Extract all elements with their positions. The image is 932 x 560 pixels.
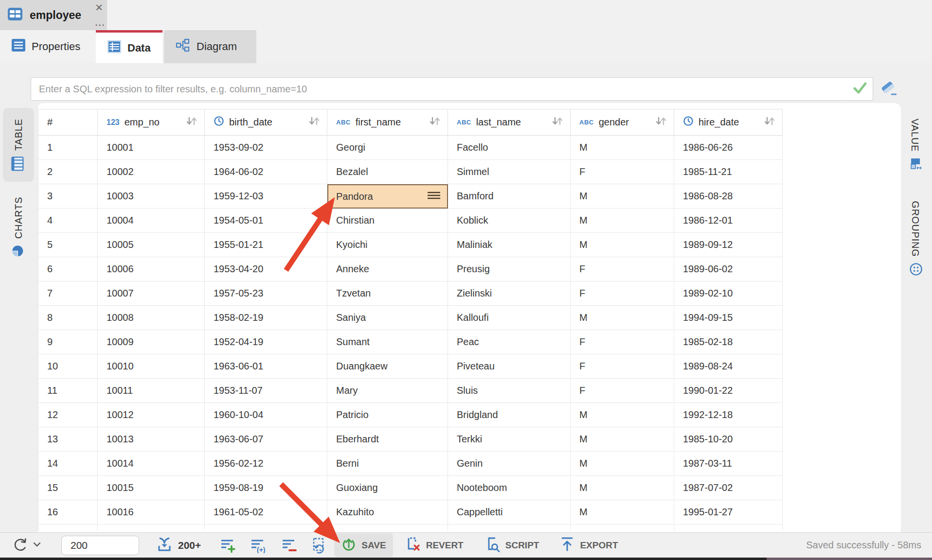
table-cell[interactable]: 1960-10-04	[205, 403, 327, 427]
table-cell[interactable]: F	[571, 160, 674, 184]
column-header-rownum[interactable]: #	[38, 109, 98, 136]
table-cell[interactable]: 1987-03-11	[674, 452, 783, 476]
table-cell[interactable]: Kalloufi	[448, 306, 571, 330]
chevron-down-icon[interactable]	[33, 541, 41, 550]
table-cell[interactable]: Eberhardt	[327, 427, 448, 452]
table-cell[interactable]: 1995-01-27	[674, 500, 783, 525]
table-cell[interactable]: 10012	[98, 403, 205, 427]
table-cell[interactable]: 1961-05-02	[205, 500, 327, 525]
row-number-cell[interactable]: 3	[38, 184, 98, 209]
add-row-button[interactable]	[220, 538, 236, 553]
table-cell[interactable]: Saniya	[327, 306, 448, 330]
sort-icon[interactable]	[655, 116, 668, 129]
table-cell[interactable]: Chirstian	[327, 209, 448, 233]
table-cell[interactable]: F	[571, 354, 674, 379]
tab-data[interactable]: Data	[96, 30, 162, 63]
table-cell[interactable]: 1985-11-21	[674, 160, 783, 184]
table-cell[interactable]: 1954-05-01	[205, 209, 327, 233]
selected-cell[interactable]: Pandora	[327, 184, 448, 209]
table-cell[interactable]: 10008	[98, 306, 205, 330]
table-cell[interactable]: 10016	[98, 500, 205, 525]
sidebar-item-value[interactable]: VALUE	[901, 108, 929, 181]
table-cell[interactable]: 1989-09-12	[674, 233, 783, 257]
table-cell[interactable]: 1986-06-26	[674, 136, 783, 160]
table-cell[interactable]: 1986-12-01	[674, 209, 783, 233]
sidebar-item-table[interactable]: TABLE	[3, 108, 34, 182]
table-cell[interactable]: Facello	[448, 136, 571, 160]
close-icon[interactable]: ×	[95, 1, 103, 14]
row-number-cell[interactable]: 8	[38, 306, 98, 330]
table-cell[interactable]: 1989-02-10	[674, 281, 783, 306]
table-cell[interactable]: 1989-08-24	[674, 354, 783, 379]
table-cell[interactable]: 10004	[98, 209, 205, 233]
table-cell[interactable]: F	[571, 379, 674, 403]
sort-icon[interactable]	[186, 116, 198, 129]
table-cell[interactable]: 1994-09-15	[674, 306, 783, 330]
refresh-button[interactable]	[11, 536, 30, 555]
fetch-size-input[interactable]	[61, 536, 139, 555]
sql-filter-input[interactable]	[31, 77, 848, 101]
table-cell[interactable]: 1959-12-03	[205, 184, 327, 209]
row-number-cell[interactable]: 12	[38, 403, 98, 427]
row-number-cell[interactable]: 2	[38, 160, 98, 184]
sidebar-item-grouping[interactable]: GROUPING	[901, 189, 929, 288]
table-cell[interactable]: Nooteboom	[448, 476, 571, 500]
table-cell[interactable]: 1957-05-23	[205, 281, 327, 306]
table-cell[interactable]: Georgi	[327, 136, 448, 160]
editor-tab-employee[interactable]: employee	[0, 0, 107, 30]
column-header-first_name[interactable]: ABCfirst_name	[327, 109, 448, 136]
script-button[interactable]: SCRIPT	[484, 536, 539, 555]
table-cell[interactable]: 1989-06-02	[674, 257, 783, 281]
table-cell[interactable]: 10011	[98, 379, 205, 403]
table-cell[interactable]: 10005	[98, 233, 205, 257]
table-cell[interactable]: 1963-06-01	[205, 354, 327, 379]
generate-rows-button[interactable]	[312, 537, 327, 554]
table-cell[interactable]: Guoxiang	[327, 476, 448, 500]
table-cell[interactable]: Duangkaew	[327, 354, 448, 379]
table-cell[interactable]: 1964-06-02	[205, 160, 327, 184]
table-cell[interactable]: Tzvetan	[327, 281, 448, 306]
delete-row-button[interactable]	[282, 538, 297, 553]
table-cell[interactable]: M	[571, 184, 674, 209]
table-cell[interactable]: M	[571, 476, 674, 500]
table-cell[interactable]: Kazuhito	[327, 500, 448, 525]
table-cell[interactable]: Berni	[327, 452, 448, 476]
column-header-emp_no[interactable]: 123emp_no	[98, 109, 205, 136]
table-cell[interactable]: 1953-11-07	[205, 379, 327, 403]
tab-diagram[interactable]: Diagram	[164, 30, 256, 63]
table-cell[interactable]: 1952-04-19	[205, 330, 327, 354]
table-cell[interactable]: 10014	[98, 452, 205, 476]
table-cell[interactable]: Sluis	[448, 379, 571, 403]
table-cell[interactable]: 10013	[98, 427, 205, 452]
table-cell[interactable]: 10002	[98, 160, 205, 184]
table-cell[interactable]: 10003	[98, 184, 205, 209]
table-cell[interactable]: Mary	[327, 379, 448, 403]
table-cell[interactable]: Cappelletti	[448, 500, 571, 525]
table-cell[interactable]: 1955-01-21	[205, 233, 327, 257]
table-cell[interactable]: Maliniak	[448, 233, 571, 257]
table-cell[interactable]: 1963-06-07	[205, 427, 327, 452]
column-header-birth_date[interactable]: birth_date	[205, 109, 327, 136]
row-number-cell[interactable]: 1	[38, 136, 98, 160]
row-number-cell[interactable]: 13	[38, 427, 98, 452]
row-number-cell[interactable]: 16	[38, 500, 98, 525]
table-cell[interactable]: 10001	[98, 136, 205, 160]
table-cell[interactable]: Preusig	[448, 257, 571, 281]
table-cell[interactable]: M	[571, 209, 674, 233]
table-cell[interactable]: 1992-12-18	[674, 403, 783, 427]
table-cell[interactable]: 1987-07-02	[674, 476, 783, 500]
table-cell[interactable]: 10015	[98, 476, 205, 500]
column-header-gender[interactable]: ABCgender	[571, 109, 674, 136]
row-number-cell[interactable]: 6	[38, 257, 98, 281]
table-cell[interactable]: 1956-02-12	[205, 452, 327, 476]
table-cell[interactable]: M	[571, 427, 674, 452]
sort-icon[interactable]	[764, 116, 776, 129]
table-cell[interactable]: Sumant	[327, 330, 448, 354]
table-cell[interactable]: Bamford	[448, 184, 571, 209]
row-number-cell[interactable]: 14	[38, 452, 98, 476]
duplicate-row-button[interactable]: (+)	[251, 538, 267, 553]
table-cell[interactable]: Terkki	[448, 427, 571, 452]
table-cell[interactable]: 1958-02-19	[205, 306, 327, 330]
table-cell[interactable]: Bezalel	[327, 160, 448, 184]
table-cell[interactable]: 1985-10-20	[674, 427, 783, 452]
